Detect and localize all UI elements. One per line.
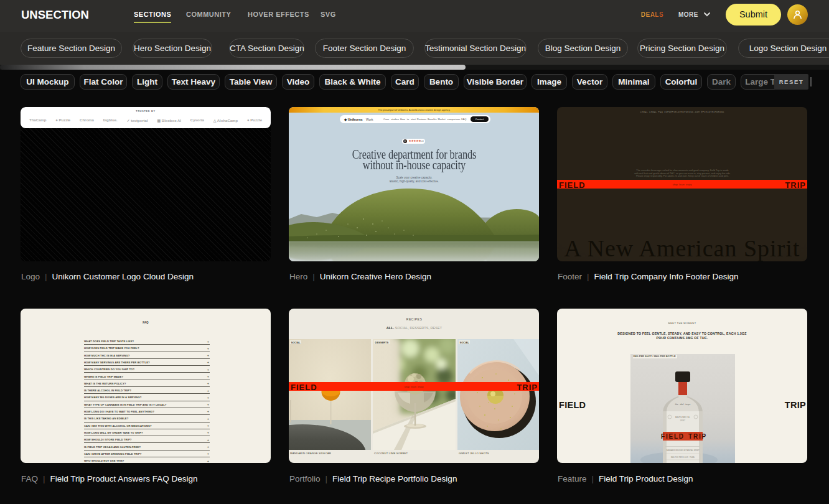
- svg-text:3MG THC PER 1.5OZ • 750ML: 3MG THC PER 1.5OZ • 750ML: [671, 456, 695, 459]
- svg-text:TRIP: TRIP: [688, 433, 707, 440]
- svg-text:SPIRIT: SPIRIT: [680, 419, 686, 422]
- svg-text:CANNABIS INFUSED BOTANICAL SPI: CANNABIS INFUSED BOTANICAL SPIRIT: [666, 449, 700, 452]
- svg-text:the · diol · terps: the · diol · terps: [675, 403, 691, 406]
- svg-text:BOTANICAL: BOTANICAL: [675, 416, 690, 419]
- svg-text:FIELD: FIELD: [661, 433, 685, 440]
